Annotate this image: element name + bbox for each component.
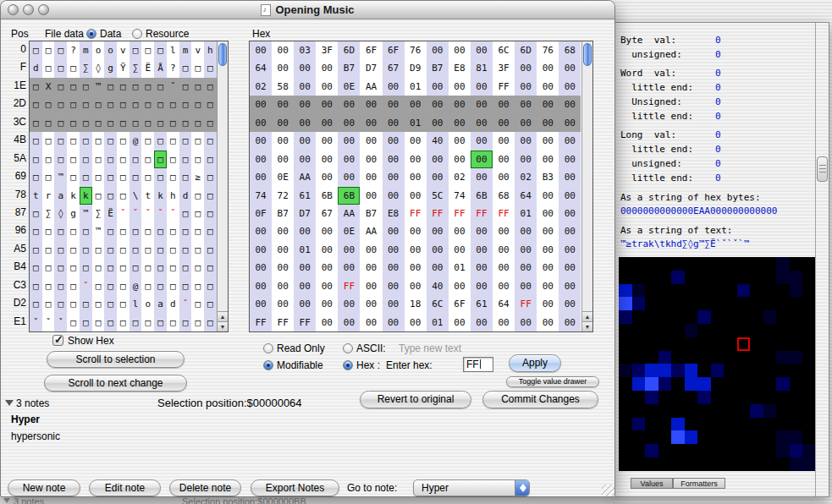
hex-cell[interactable]: 01 bbox=[427, 314, 449, 331]
ascii-cell[interactable]: ˇ bbox=[30, 314, 42, 331]
hex-cell[interactable]: 00 bbox=[383, 187, 405, 205]
ascii-cell[interactable]: □ bbox=[154, 241, 167, 259]
ascii-cell[interactable]: □ bbox=[191, 222, 204, 240]
ascii-cell[interactable]: □ bbox=[42, 41, 55, 59]
hex-cell[interactable]: FF bbox=[471, 205, 493, 222]
hex-cell[interactable]: 00 bbox=[338, 96, 360, 113]
hex-cell[interactable]: 00 bbox=[493, 168, 515, 186]
ascii-cell[interactable]: □ bbox=[42, 241, 55, 259]
hex-cell[interactable]: 00 bbox=[471, 168, 493, 186]
hex-cell[interactable]: 00 bbox=[338, 314, 360, 331]
hex-cell[interactable]: 00 bbox=[449, 151, 471, 168]
ascii-cell[interactable]: □ bbox=[204, 96, 217, 113]
hex-cell[interactable]: 00 bbox=[471, 241, 493, 259]
hex-cell[interactable]: 00 bbox=[250, 96, 272, 113]
ascii-cell[interactable]: □ bbox=[67, 168, 80, 186]
ascii-cell[interactable]: □ bbox=[67, 295, 80, 313]
ascii-cell[interactable]: □ bbox=[30, 277, 42, 295]
hex-cell[interactable]: 6D bbox=[515, 41, 537, 59]
ascii-cell[interactable]: □ bbox=[191, 205, 204, 222]
ascii-cell[interactable]: □ bbox=[141, 151, 154, 168]
hex-cell[interactable]: 00 bbox=[316, 168, 338, 186]
ascii-cell[interactable]: □ bbox=[67, 114, 80, 132]
hex-cell[interactable]: 00 bbox=[250, 295, 272, 313]
hex-cell[interactable]: FF bbox=[250, 314, 272, 331]
ascii-cell[interactable]: o bbox=[104, 41, 117, 59]
hex-cell[interactable]: 02 bbox=[515, 168, 537, 186]
ascii-cell[interactable]: □ bbox=[80, 168, 92, 186]
hex-cell[interactable]: 00 bbox=[493, 222, 515, 240]
hex-cell[interactable]: 00 bbox=[427, 151, 449, 168]
hex-cell[interactable]: 76 bbox=[405, 41, 427, 59]
ascii-cell[interactable]: □ bbox=[54, 41, 67, 59]
ascii-cell[interactable]: □ bbox=[154, 132, 167, 150]
ascii-cell[interactable]: □ bbox=[104, 314, 117, 331]
ascii-cell[interactable]: □ bbox=[104, 96, 117, 113]
ascii-cell[interactable]: □ bbox=[42, 168, 55, 186]
hex-cell[interactable]: 00 bbox=[316, 78, 338, 96]
ascii-cell[interactable]: □ bbox=[191, 59, 204, 77]
ascii-cell[interactable]: □ bbox=[42, 151, 55, 168]
ascii-cell[interactable]: v bbox=[191, 41, 204, 59]
hex-cell[interactable]: 0F bbox=[250, 205, 272, 222]
hex-cell[interactable]: 00 bbox=[471, 114, 493, 132]
ascii-cell[interactable]: d bbox=[179, 187, 192, 205]
ascii-cell[interactable]: □ bbox=[42, 132, 55, 150]
ascii-cell[interactable]: □ bbox=[191, 259, 204, 277]
hex-cell[interactable]: 00 bbox=[383, 114, 405, 132]
hex-cell[interactable]: 00 bbox=[294, 277, 316, 295]
ascii-cell[interactable]: □ bbox=[92, 259, 105, 277]
ascii-cell[interactable]: □ bbox=[154, 78, 167, 96]
ascii-cell[interactable]: o bbox=[92, 41, 105, 59]
hex-cell[interactable]: 00 bbox=[272, 295, 294, 313]
hex-cell[interactable]: 00 bbox=[272, 222, 294, 240]
ascii-cell[interactable]: v bbox=[117, 41, 129, 59]
hex-cell[interactable]: E8 bbox=[383, 205, 405, 222]
hex-cell[interactable]: 00 bbox=[537, 295, 559, 313]
ascii-cell[interactable]: □ bbox=[129, 78, 142, 96]
ascii-cell[interactable]: □ bbox=[67, 222, 80, 240]
ascii-cell[interactable]: □ bbox=[80, 151, 92, 168]
tab-values[interactable]: Values bbox=[631, 478, 673, 489]
hex-cell[interactable]: 67 bbox=[383, 59, 405, 77]
delete-note-button[interactable]: Delete note bbox=[169, 479, 241, 496]
ascii-cell[interactable]: □ bbox=[167, 168, 179, 186]
ascii-cell[interactable]: □ bbox=[167, 132, 179, 150]
hex-cell[interactable]: 00 bbox=[449, 314, 471, 331]
ascii-cell[interactable]: □ bbox=[141, 114, 154, 132]
ascii-cell[interactable]: □ bbox=[179, 277, 192, 295]
ascii-cell[interactable]: □ bbox=[104, 78, 117, 96]
ascii-cell[interactable]: ˇ bbox=[129, 205, 142, 222]
ascii-cell[interactable]: □ bbox=[179, 59, 192, 77]
hex-cell[interactable]: FF bbox=[449, 205, 471, 222]
hex-input[interactable]: FF bbox=[463, 357, 493, 372]
ascii-cell[interactable]: □ bbox=[54, 259, 67, 277]
hex-cell[interactable]: 02 bbox=[250, 78, 272, 96]
ascii-cell[interactable]: □ bbox=[30, 222, 42, 240]
ascii-cell[interactable]: □ bbox=[129, 259, 142, 277]
hex-cell[interactable]: 00 bbox=[383, 222, 405, 240]
drawer-scrollbar-thumb[interactable] bbox=[817, 156, 828, 182]
ascii-cell[interactable]: □ bbox=[204, 241, 217, 259]
ascii-cell[interactable]: □ bbox=[191, 187, 204, 205]
ascii-cell[interactable]: ™ bbox=[92, 222, 105, 240]
hex-cell[interactable]: 00 bbox=[250, 222, 272, 240]
hex-cell[interactable]: 00 bbox=[250, 277, 272, 295]
hex-cell[interactable]: 00 bbox=[360, 168, 382, 186]
ascii-cell[interactable]: ∑ bbox=[42, 205, 55, 222]
hex-cell[interactable]: 00 bbox=[338, 241, 360, 259]
ascii-cell[interactable]: □ bbox=[42, 222, 55, 240]
ascii-cell[interactable]: □ bbox=[179, 222, 192, 240]
hex-cell[interactable]: 01 bbox=[515, 205, 537, 222]
resize-grip[interactable] bbox=[602, 485, 614, 496]
ascii-cell[interactable]: □ bbox=[154, 222, 167, 240]
hex-cell[interactable]: 00 bbox=[427, 259, 449, 277]
hex-cell[interactable]: 18 bbox=[405, 295, 427, 313]
hex-cell[interactable]: 00 bbox=[471, 314, 493, 331]
hex-cell[interactable]: 00 bbox=[559, 96, 581, 113]
hex-cell[interactable]: 00 bbox=[427, 114, 449, 132]
hex-cell[interactable]: 00 bbox=[360, 132, 382, 150]
hex-cell[interactable]: 5C bbox=[427, 187, 449, 205]
hex-cell[interactable]: 00 bbox=[316, 132, 338, 150]
hex-cell[interactable]: AA bbox=[360, 78, 382, 96]
